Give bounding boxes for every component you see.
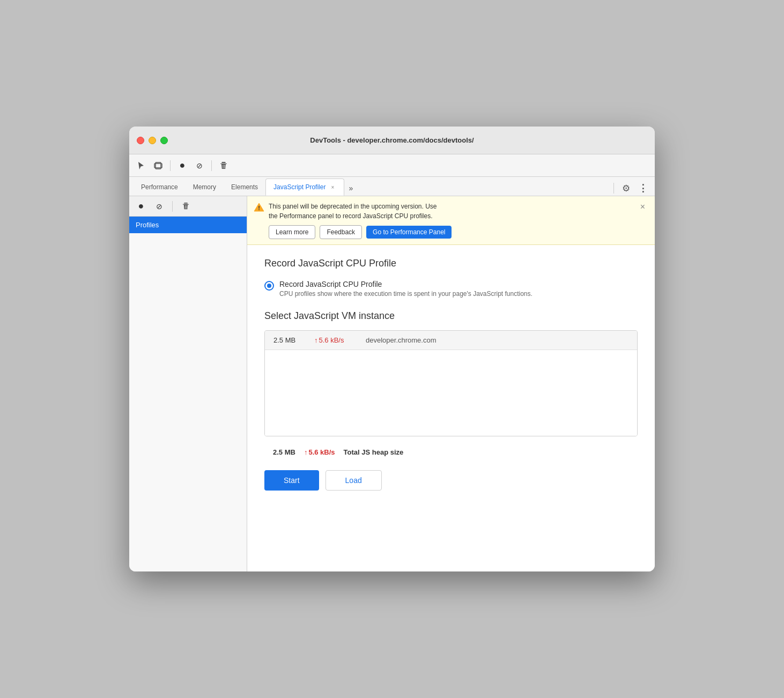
content-area: ! This panel will be deprecated in the u… (247, 196, 655, 571)
vm-url: developer.chrome.com (366, 336, 437, 344)
tab-memory[interactable]: Memory (186, 179, 224, 196)
profile-section-title: Record JavaScript CPU Profile (264, 258, 638, 269)
warning-icon: ! (254, 202, 264, 216)
sidebar-record-button[interactable]: ● (134, 199, 149, 214)
banner-actions: Learn more Feedback Go to Performance Pa… (269, 225, 631, 239)
summary-label: Total JS heap size (344, 448, 404, 456)
tab-elements[interactable]: Elements (224, 179, 265, 196)
deprecation-banner: ! This panel will be deprecated in the u… (247, 196, 655, 245)
stop-button[interactable]: ⊘ (192, 158, 207, 173)
toolbar-separator-1 (170, 160, 171, 171)
close-button[interactable] (137, 137, 144, 144)
vm-section-title: Select JavaScript VM instance (264, 310, 638, 322)
titlebar: DevTools - developer.chrome.com/docs/dev… (129, 127, 655, 154)
vm-instance-table: 2.5 MB ↑ 5.6 kB/s developer.chrome.com (264, 330, 638, 436)
radio-button-cpu[interactable] (264, 281, 274, 291)
load-button[interactable]: Load (326, 470, 382, 491)
settings-icon[interactable]: ⚙ (618, 181, 633, 196)
radio-desc-cpu: CPU profiles show where the execution ti… (279, 290, 532, 298)
minimize-button[interactable] (149, 137, 156, 144)
summary-size: 2.5 MB (273, 448, 295, 456)
banner-close-button[interactable]: × (639, 202, 646, 212)
radio-option-cpu[interactable]: Record JavaScript CPU Profile CPU profil… (264, 280, 638, 298)
radio-label-cpu: Record JavaScript CPU Profile (279, 280, 532, 288)
sidebar-stop-button[interactable]: ⊘ (152, 199, 167, 214)
sidebar-delete-button[interactable] (178, 199, 193, 214)
vm-rate-value: 5.6 kB/s (319, 336, 344, 344)
tabs-overflow-button[interactable]: » (344, 181, 357, 196)
more-options-icon[interactable]: ⋮ (635, 181, 650, 196)
sidebar-sep (172, 201, 173, 212)
vm-size: 2.5 MB (273, 336, 306, 344)
toolbar: ● ⊘ (129, 154, 655, 177)
tab-performance[interactable]: Performance (134, 179, 186, 196)
tabs-bar: Performance Memory Elements JavaScript P… (129, 177, 655, 196)
vm-rate: ↑ 5.6 kB/s (314, 336, 357, 344)
summary-rate-value: 5.6 kB/s (308, 448, 335, 456)
banner-message: This panel will be deprecated in the upc… (269, 202, 631, 221)
frames-tool-button[interactable] (151, 158, 166, 173)
banner-text: This panel will be deprecated in the upc… (269, 202, 631, 239)
cursor-tool-button[interactable] (134, 158, 149, 173)
record-button[interactable]: ● (175, 158, 190, 173)
vm-empty-area (265, 350, 637, 436)
start-button[interactable]: Start (264, 470, 319, 491)
profiles-item[interactable]: Profiles (129, 217, 247, 233)
arrow-up-icon: ↑ (314, 336, 318, 344)
tab-javascript-profiler[interactable]: JavaScript Profiler × (265, 179, 344, 196)
traffic-lights (137, 137, 168, 144)
maximize-button[interactable] (160, 137, 168, 144)
window-title: DevTools - developer.chrome.com/docs/dev… (310, 136, 474, 144)
go-to-performance-panel-button[interactable]: Go to Performance Panel (366, 226, 452, 239)
sidebar: ● ⊘ Profiles (129, 196, 247, 571)
devtools-window: DevTools - developer.chrome.com/docs/dev… (129, 127, 655, 571)
radio-option-text: Record JavaScript CPU Profile CPU profil… (279, 280, 532, 298)
action-buttons: Start Load (264, 462, 638, 495)
summary-arrow-icon: ↑ (304, 448, 308, 456)
tabs-right-icons: ⚙ ⋮ (611, 181, 650, 196)
tab-close-icon[interactable]: × (329, 183, 336, 191)
learn-more-button[interactable]: Learn more (269, 225, 315, 239)
profile-content: Record JavaScript CPU Profile Record Jav… (247, 245, 655, 508)
main-area: ● ⊘ Profiles ! (129, 196, 655, 571)
table-row[interactable]: 2.5 MB ↑ 5.6 kB/s developer.chrome.com (265, 331, 637, 350)
feedback-button[interactable]: Feedback (320, 225, 362, 239)
sidebar-toolbar: ● ⊘ (129, 196, 247, 217)
svg-text:!: ! (258, 205, 260, 211)
toolbar-separator-2 (211, 160, 212, 171)
summary-row: 2.5 MB ↑ 5.6 kB/s Total JS heap size (264, 443, 638, 462)
delete-button[interactable] (216, 158, 231, 173)
tabs-separator (613, 183, 614, 194)
summary-rate: ↑ 5.6 kB/s (304, 448, 335, 456)
